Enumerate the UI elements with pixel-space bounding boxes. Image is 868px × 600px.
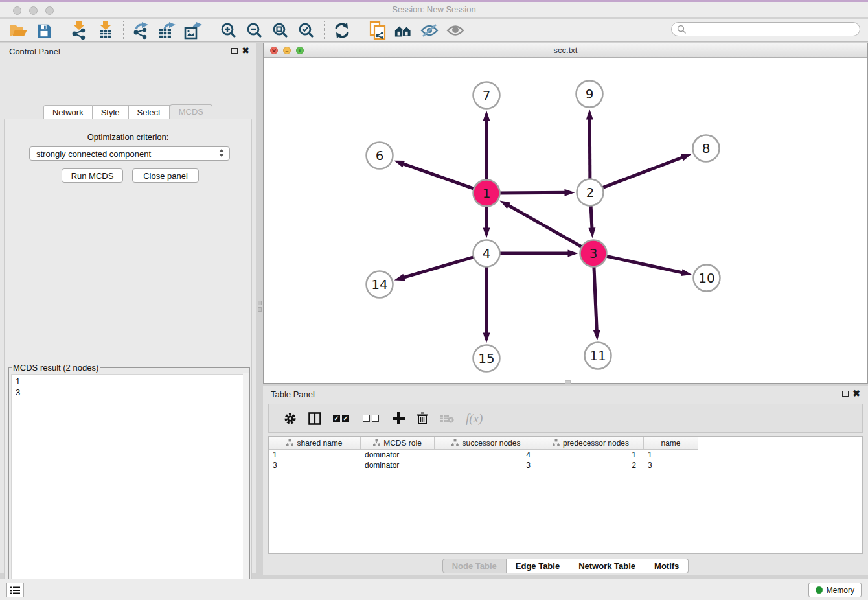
network-title: scc.txt xyxy=(264,43,867,57)
network-maximize-icon[interactable]: + xyxy=(296,47,304,54)
column-label: successor nodes xyxy=(462,439,520,448)
float-panel-icon[interactable] xyxy=(842,391,849,397)
edge-4-14[interactable] xyxy=(402,257,475,278)
save-session-icon[interactable] xyxy=(34,21,54,40)
result-scrollbar[interactable] xyxy=(243,373,249,600)
table-cell[interactable]: 4 xyxy=(435,450,538,460)
table-cell[interactable]: 1 xyxy=(644,450,698,460)
column-header-successor-nodes[interactable]: successor nodes xyxy=(435,437,538,450)
table-cell[interactable]: 3 xyxy=(644,460,698,470)
table-cell[interactable]: 3 xyxy=(269,460,361,470)
zoom-out-icon[interactable] xyxy=(245,21,264,40)
column-label: predecessor nodes xyxy=(563,439,629,448)
result-line: 3 xyxy=(16,387,247,398)
edge-2-3[interactable] xyxy=(591,204,592,229)
table-row[interactable]: 3dominator323 xyxy=(269,460,862,470)
column-header-predecessor-nodes[interactable]: predecessor nodes xyxy=(538,437,644,450)
add-column-icon[interactable] xyxy=(393,412,405,424)
checked-box-icon: ✓ xyxy=(333,415,340,422)
edge-arrowhead xyxy=(483,111,490,121)
close-panel-icon[interactable]: ✖ xyxy=(242,47,249,54)
table-cell[interactable]: dominator xyxy=(361,450,435,460)
column-header-shared-name[interactable]: shared name xyxy=(269,437,361,450)
close-panel-button[interactable]: Close panel xyxy=(132,168,199,183)
clone-network-icon[interactable] xyxy=(368,21,387,40)
table-cell[interactable]: dominator xyxy=(361,460,435,470)
search-input[interactable] xyxy=(671,22,860,36)
table-row[interactable]: 1dominator411 xyxy=(269,450,862,460)
tab-mcds[interactable]: MCDS xyxy=(170,104,212,119)
control-panel: Control Panel ✖ NetworkStyleSelectMCDS O… xyxy=(0,43,256,573)
select-all-icon[interactable]: ✓✓ xyxy=(333,415,351,422)
splitter-handle[interactable] xyxy=(258,301,262,305)
column-header-MCDS-role[interactable]: MCDS role xyxy=(361,437,435,450)
zoom-fit-icon[interactable] xyxy=(271,21,290,40)
column-header-name[interactable]: name xyxy=(644,437,698,450)
mcds-result-text[interactable]: 13 xyxy=(11,374,247,600)
network-graph[interactable]: 7968124314101511 xyxy=(264,58,867,383)
table-cell[interactable]: 2 xyxy=(538,460,644,470)
node-label: 14 xyxy=(371,277,387,292)
deselect-all-icon[interactable] xyxy=(363,415,381,422)
export-network-icon[interactable] xyxy=(131,21,151,40)
zoom-in-icon[interactable] xyxy=(219,21,238,40)
import-table-icon[interactable] xyxy=(96,21,115,40)
zoom-selected-icon[interactable] xyxy=(297,21,316,40)
open-file-icon[interactable] xyxy=(8,21,28,40)
refresh-view-icon[interactable] xyxy=(332,21,352,40)
show-all-icon[interactable] xyxy=(446,21,465,40)
close-panel-icon[interactable]: ✖ xyxy=(852,390,860,397)
node-label: 9 xyxy=(586,86,594,102)
edge-arrowhead xyxy=(564,189,575,196)
tab-motifs[interactable]: Motifs xyxy=(645,559,689,573)
memory-button[interactable]: Memory xyxy=(808,583,862,597)
criterion-select[interactable]: strongly connected component xyxy=(29,146,230,161)
toolbar-separator xyxy=(360,21,360,40)
splitter-handle[interactable] xyxy=(258,307,262,312)
tab-network-table[interactable]: Network Table xyxy=(569,559,645,573)
hide-selected-icon[interactable] xyxy=(420,21,439,40)
network-resize-handle[interactable] xyxy=(565,380,571,384)
close-window-button[interactable] xyxy=(13,6,21,15)
edge-1-2[interactable] xyxy=(498,192,566,193)
network-close-icon[interactable]: ✕ xyxy=(270,47,278,54)
tab-network[interactable]: Network xyxy=(43,105,93,120)
export-table-icon[interactable] xyxy=(157,21,177,40)
tab-node-table[interactable]: Node Table xyxy=(442,559,507,573)
run-mcds-button[interactable]: Run MCDS xyxy=(62,168,123,183)
table-cell[interactable]: 3 xyxy=(435,460,538,470)
network-window-titlebar[interactable]: ✕ − + scc.txt xyxy=(264,43,867,58)
table-cell[interactable]: 1 xyxy=(269,450,361,460)
checked-box-icon: ✓ xyxy=(342,415,349,422)
edge-3-10[interactable] xyxy=(605,256,683,273)
show-panels-button[interactable] xyxy=(6,583,24,597)
table-settings-icon[interactable] xyxy=(284,412,297,425)
column-type-icon xyxy=(451,439,459,446)
edge-2-8[interactable] xyxy=(601,157,684,188)
edge-arrowhead xyxy=(394,161,405,167)
toolbar-separator xyxy=(324,21,325,40)
edge-3-1[interactable] xyxy=(507,205,583,248)
edge-1-6[interactable] xyxy=(402,163,475,189)
network-minimize-icon[interactable]: − xyxy=(283,47,291,54)
tab-style[interactable]: Style xyxy=(93,105,129,120)
table-cell[interactable]: 1 xyxy=(538,450,644,460)
delete-column-icon[interactable] xyxy=(417,412,428,425)
export-image-icon[interactable] xyxy=(183,21,203,40)
network-view-window: ✕ − + scc.txt 7968124314101511 xyxy=(263,43,868,384)
column-label: MCDS role xyxy=(383,439,422,448)
import-network-icon[interactable] xyxy=(70,21,89,40)
tab-select[interactable]: Select xyxy=(129,105,170,120)
edge-2-9[interactable] xyxy=(589,117,590,180)
node-table[interactable]: shared nameMCDS rolesuccessor nodesprede… xyxy=(268,436,863,554)
minimize-window-button[interactable] xyxy=(29,6,38,15)
float-panel-icon[interactable] xyxy=(231,48,238,54)
maximize-window-button[interactable] xyxy=(45,6,54,15)
tab-edge-table[interactable]: Edge Table xyxy=(507,559,569,573)
memory-status-icon xyxy=(816,586,823,594)
mcds-result-title: MCDS result (2 nodes) xyxy=(12,363,100,373)
toggle-panel-icon[interactable] xyxy=(308,412,321,425)
edge-3-11[interactable] xyxy=(594,265,597,332)
column-label: shared name xyxy=(297,439,342,448)
first-neighbors-icon[interactable] xyxy=(394,21,413,40)
